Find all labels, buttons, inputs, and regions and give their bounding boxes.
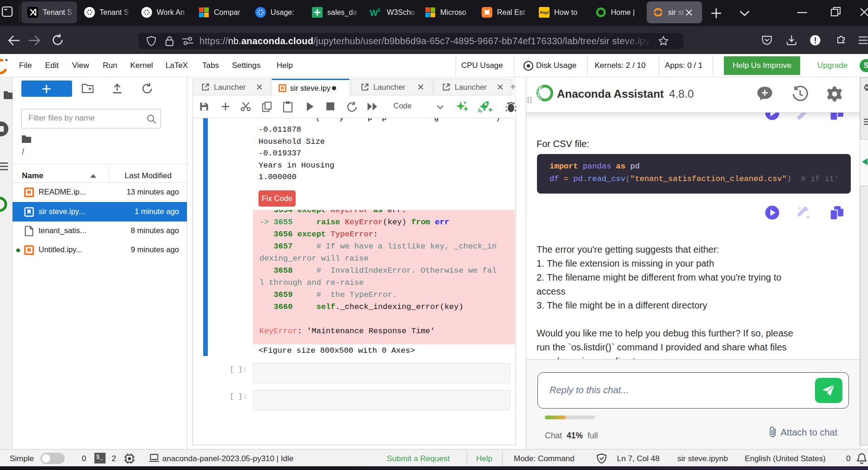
svg-text:3: 3 xyxy=(378,7,380,13)
svg-text:W: W xyxy=(370,8,378,18)
svg-text:Pop!: Pop! xyxy=(540,10,549,15)
